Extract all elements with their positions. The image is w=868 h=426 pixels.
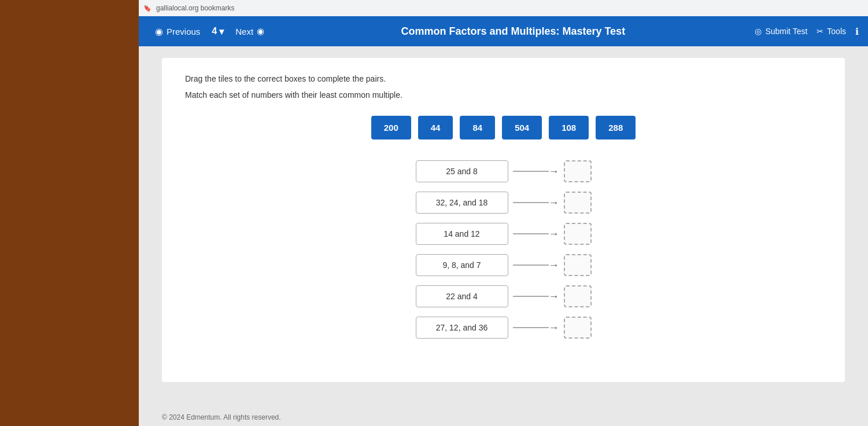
page-title: Common Factors and Multiples: Mastery Te… <box>271 25 755 38</box>
tools-icon: ✂ <box>817 27 823 36</box>
content-area: Drag the tiles to the correct boxes to c… <box>139 46 868 409</box>
question-card: Drag the tiles to the correct boxes to c… <box>162 58 845 382</box>
arrow-icon-2: → <box>549 197 559 209</box>
tools-label: Tools <box>827 27 846 36</box>
pair-label-4: 9, 8, and 7 <box>416 254 508 276</box>
tile-200[interactable]: 200 <box>371 116 411 139</box>
prev-arrow-icon: ◉ <box>155 26 163 37</box>
match-row-6: 27, 12, and 36 → <box>416 317 592 339</box>
info-icon: ℹ <box>855 26 859 37</box>
pair-label-3: 14 and 12 <box>416 223 508 245</box>
tools-button[interactable]: ✂ Tools <box>817 27 846 36</box>
bookmark-icon: 🔖 <box>143 5 152 12</box>
drop-box-1[interactable] <box>564 160 592 182</box>
drop-box-3[interactable] <box>564 223 592 245</box>
drop-box-5[interactable] <box>564 285 592 307</box>
arrow-icon-6: → <box>549 322 559 334</box>
arrow-icon-5: → <box>549 291 559 303</box>
left-sidebar <box>0 0 139 426</box>
arrow-icon-1: → <box>549 166 559 178</box>
match-row-2: 32, 24, and 18 → <box>416 192 592 214</box>
drop-box-4[interactable] <box>564 254 592 276</box>
match-row-5: 22 and 4 → <box>416 285 592 307</box>
pair-label-2: 32, 24, and 18 <box>416 192 508 214</box>
pair-label-1: 25 and 8 <box>416 160 508 182</box>
match-row-4: 9, 8, and 7 → <box>416 254 592 276</box>
question-num-value: 4 <box>212 26 217 36</box>
submit-label: Submit Test <box>765 27 807 36</box>
matching-area: 25 and 8 → 32, 24, and 18 → <box>185 160 822 339</box>
tile-84[interactable]: 84 <box>460 116 495 139</box>
tiles-row: 200 44 84 504 108 288 <box>185 116 822 139</box>
next-label: Next <box>235 27 253 36</box>
nav-right: ◎ Submit Test ✂ Tools ℹ <box>755 26 859 37</box>
arrow-icon-4: → <box>549 259 559 271</box>
next-button[interactable]: Next ◉ <box>228 21 271 41</box>
browser-bar: 🔖 gallialocal.org bookmarks <box>139 0 868 16</box>
pair-label-6: 27, 12, and 36 <box>416 317 508 339</box>
submit-icon: ◎ <box>755 27 762 36</box>
match-row-3: 14 and 12 → <box>416 223 592 245</box>
drop-box-6[interactable] <box>564 317 592 339</box>
tile-504[interactable]: 504 <box>502 116 542 139</box>
pair-label-5: 22 and 4 <box>416 285 508 307</box>
next-arrow-icon: ◉ <box>257 26 264 36</box>
tile-288[interactable]: 288 <box>596 116 636 139</box>
submit-test-button[interactable]: ◎ Submit Test <box>755 27 807 36</box>
footer: © 2024 Edmentum. All rights reserved. <box>139 409 868 426</box>
chevron-down-icon: ▾ <box>219 26 224 37</box>
previous-label: Previous <box>167 27 200 36</box>
drop-box-2[interactable] <box>564 192 592 214</box>
tile-108[interactable]: 108 <box>549 116 589 139</box>
bookmark-label: gallialocal.org bookmarks <box>156 4 234 12</box>
arrow-icon-3: → <box>549 228 559 240</box>
tile-44[interactable]: 44 <box>418 116 453 139</box>
instruction-text: Drag the tiles to the correct boxes to c… <box>185 74 822 83</box>
match-row-1: 25 and 8 → <box>416 160 592 182</box>
top-nav: ◉ Previous 4 ▾ Next ◉ Common Factors and… <box>139 16 868 46</box>
previous-button[interactable]: ◉ Previous <box>148 21 207 42</box>
main-wrapper: Drag the tiles to the correct boxes to c… <box>139 46 868 409</box>
question-number[interactable]: 4 ▾ <box>207 24 228 39</box>
copyright-text: © 2024 Edmentum. All rights reserved. <box>162 413 281 421</box>
sub-instruction: Match each set of numbers with their lea… <box>185 90 822 100</box>
